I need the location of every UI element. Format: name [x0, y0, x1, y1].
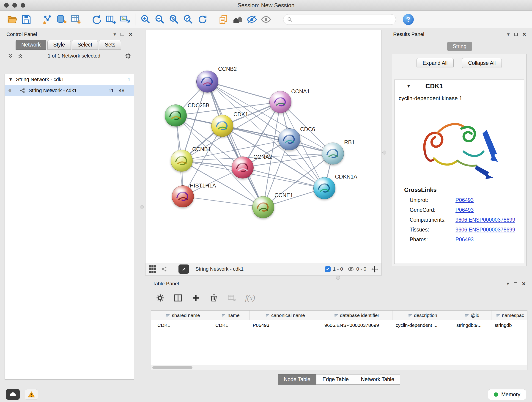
clone-network-button[interactable]: [216, 13, 230, 26]
tab-select[interactable]: Select: [72, 40, 98, 50]
section-caret-icon[interactable]: ▼: [406, 84, 411, 89]
import-network-from-file-button[interactable]: [40, 13, 54, 26]
function-builder-button[interactable]: f(x): [245, 294, 255, 302]
panel-menu-icon[interactable]: ▾: [507, 32, 510, 37]
add-column-icon[interactable]: [191, 294, 200, 302]
warnings-button[interactable]: [25, 389, 38, 400]
column-header-name[interactable]: name: [212, 311, 249, 320]
column-header-sharedname[interactable]: shared name: [154, 311, 212, 320]
table-cell[interactable]: 9606.ENSP00000378699: [321, 322, 393, 328]
table-cell[interactable]: stringdb: [491, 322, 529, 328]
table-settings-gear-icon[interactable]: [156, 294, 165, 302]
gene-section-header[interactable]: ▼ CDK1: [394, 80, 524, 92]
welcome-screen-button[interactable]: [230, 13, 245, 26]
network-node-CDK1[interactable]: [211, 115, 233, 137]
network-node-CDC6[interactable]: [278, 128, 300, 150]
splitter-handle[interactable]: [336, 276, 340, 280]
show-all-button[interactable]: [259, 13, 273, 26]
collapse-all-icon[interactable]: [7, 53, 13, 59]
table-cell[interactable]: cyclin-dependent ...: [393, 322, 453, 328]
tab-node-table[interactable]: Node Table: [278, 374, 317, 385]
network-node-CDC25B[interactable]: [165, 104, 187, 127]
save-session-button[interactable]: [19, 13, 33, 26]
show-columns-icon[interactable]: [174, 294, 182, 302]
panel-float-icon[interactable]: [514, 33, 518, 36]
network-edge-HIST1H1A-CCNE1[interactable]: [183, 196, 263, 207]
center-view-icon[interactable]: [371, 265, 378, 273]
horizontal-scrollbar[interactable]: [151, 365, 527, 370]
network-node-CCNE1[interactable]: [252, 196, 274, 218]
column-header-id[interactable]: @id: [453, 311, 491, 320]
panel-float-icon[interactable]: [120, 33, 124, 36]
open-session-button[interactable]: [5, 13, 19, 26]
tab-style[interactable]: Style: [47, 40, 70, 50]
network-row-selected[interactable]: String Network - cdk1 11 48: [5, 85, 134, 96]
column-header-namespac[interactable]: namespac: [491, 311, 529, 320]
table-cell[interactable]: CDK1: [212, 322, 249, 328]
window-zoom-button[interactable]: [21, 3, 25, 7]
network-view[interactable]: CCNB2CCNA1CDC25BCDK1CDC6RB1CCNB1CCNA2CDK…: [145, 30, 382, 275]
network-node-RB1[interactable]: [322, 143, 344, 165]
network-node-CCNB1[interactable]: [171, 150, 193, 172]
crosslink-link[interactable]: P06493: [456, 207, 474, 213]
panel-close-icon[interactable]: ×: [129, 32, 133, 38]
table-cell[interactable]: CDK1: [154, 322, 212, 328]
column-header-description[interactable]: description: [393, 311, 453, 320]
refresh-view-button[interactable]: [196, 13, 210, 26]
network-canvas[interactable]: CCNB2CCNA1CDC25BCDK1CDC6RB1CCNB1CCNA2CDK…: [146, 30, 381, 263]
window-minimize-button[interactable]: [12, 3, 17, 7]
panel-close-icon[interactable]: ×: [522, 281, 526, 287]
splitter-handle[interactable]: [140, 205, 144, 209]
zoom-selected-button[interactable]: [181, 13, 196, 26]
table-cell[interactable]: stringdb:9...: [453, 322, 491, 328]
tab-sets[interactable]: Sets: [99, 40, 121, 50]
hide-selected-button[interactable]: [245, 13, 259, 26]
scrollbar-thumb[interactable]: [152, 366, 192, 369]
rotate-network-button[interactable]: [89, 13, 104, 26]
collection-caret-icon[interactable]: ▼: [8, 77, 13, 82]
tab-network-table[interactable]: Network Table: [355, 374, 400, 385]
crosslink-link[interactable]: P06493: [456, 197, 474, 203]
crosslink-link[interactable]: P06493: [456, 236, 474, 243]
delete-column-icon[interactable]: [209, 294, 218, 302]
export-table-button[interactable]: [104, 13, 118, 26]
tab-network[interactable]: Network: [16, 40, 46, 50]
network-node-CCNB2[interactable]: [196, 70, 218, 93]
splitter-handle[interactable]: [382, 151, 386, 154]
network-node-CDKN1A[interactable]: [313, 177, 336, 199]
search-input[interactable]: [295, 17, 392, 22]
table-row[interactable]: CDK1CDK1P064939606.ENSP00000378699cyclin…: [151, 320, 527, 330]
hidden-eye-icon[interactable]: [348, 266, 354, 272]
crosslink-link[interactable]: 9606.ENSP00000378699: [456, 227, 515, 233]
table-cell[interactable]: P06493: [249, 322, 321, 328]
network-node-CCNA1[interactable]: [269, 91, 291, 113]
memory-button[interactable]: Memory: [488, 389, 526, 400]
zoom-fit-button[interactable]: [167, 13, 181, 26]
window-close-button[interactable]: [4, 3, 9, 7]
network-type-icon[interactable]: [161, 266, 167, 272]
gear-icon[interactable]: [125, 52, 132, 59]
zoom-in-button[interactable]: [139, 13, 153, 26]
column-header-canonicalname[interactable]: canonical name: [249, 311, 321, 320]
panel-menu-icon[interactable]: ▾: [114, 32, 116, 37]
open-in-window-button[interactable]: [178, 264, 189, 274]
panel-close-icon[interactable]: ×: [522, 32, 526, 38]
tab-edge-table[interactable]: Edge Table: [316, 374, 355, 385]
panel-menu-icon[interactable]: ▾: [507, 281, 509, 286]
panel-float-icon[interactable]: [514, 282, 517, 285]
grid-view-button[interactable]: [149, 265, 156, 273]
collapse-all-button[interactable]: Collapse All: [462, 58, 502, 68]
expand-all-button[interactable]: Expand All: [417, 58, 454, 68]
cloud-button[interactable]: [6, 389, 20, 400]
import-table-button[interactable]: [69, 13, 83, 26]
selected-checkbox-icon[interactable]: [325, 266, 331, 272]
network-collection-row[interactable]: ▼ String Network - cdk1 1: [5, 74, 134, 85]
tab-string[interactable]: String: [447, 42, 472, 51]
crosslink-link[interactable]: 9606.ENSP00000378699: [456, 217, 515, 223]
import-network-from-database-button[interactable]: [54, 13, 69, 26]
help-button[interactable]: ?: [403, 14, 414, 25]
zoom-out-button[interactable]: [153, 13, 167, 26]
network-node-CCNA2[interactable]: [232, 157, 254, 179]
export-image-button[interactable]: [118, 13, 132, 26]
expand-all-icon[interactable]: [17, 53, 23, 59]
